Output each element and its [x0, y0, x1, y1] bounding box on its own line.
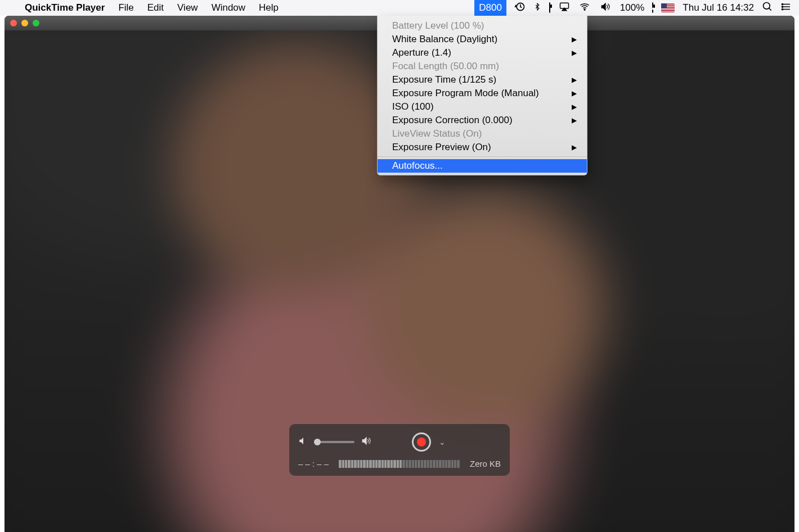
- dropdown-item-label: Focal Length (50.00 mm): [392, 61, 499, 72]
- record-options-chevron-icon[interactable]: ⌄: [439, 438, 446, 447]
- elapsed-time: – – : – –: [298, 459, 329, 468]
- battery-percent: 100%: [620, 2, 644, 13]
- time-machine-icon[interactable]: [514, 1, 526, 15]
- dropdown-item-label: Exposure Program Mode (Manual): [392, 88, 539, 99]
- dropdown-item-label: White Balance (Daylight): [392, 34, 497, 45]
- battery-charging-icon[interactable]: [652, 3, 653, 13]
- menubar-extra-d800[interactable]: D800: [474, 0, 506, 16]
- dropdown-item-label: Aperture (1.4): [392, 47, 451, 58]
- dropdown-item-label: LiveView Status (On): [392, 128, 482, 139]
- dropdown-item-label: Exposure Correction (0.000): [392, 115, 513, 126]
- zoom-button[interactable]: [33, 20, 39, 26]
- dropdown-item-label: Battery Level (100 %): [392, 20, 484, 31]
- svg-point-10: [782, 3, 783, 4]
- clock[interactable]: Thu Jul 16 14:32: [683, 2, 754, 13]
- dropdown-item-label: Exposure Time (1/125 s): [392, 74, 496, 85]
- svg-line-6: [769, 8, 771, 11]
- svg-marker-14: [362, 438, 366, 444]
- dropdown-item[interactable]: Exposure Correction (0.000)▶: [378, 114, 587, 127]
- apple-menu[interactable]: [7, 0, 18, 16]
- dropdown-item-label: Autofocus...: [392, 160, 443, 172]
- menu-file[interactable]: File: [111, 0, 140, 16]
- volume-icon[interactable]: [599, 2, 612, 14]
- svg-point-11: [782, 6, 783, 7]
- record-button[interactable]: [412, 432, 431, 452]
- menu-window[interactable]: Window: [205, 0, 252, 16]
- dropdown-item[interactable]: Exposure Preview (On)▶: [378, 141, 587, 154]
- submenu-arrow-icon: ▶: [572, 35, 577, 43]
- dropdown-item[interactable]: Exposure Program Mode (Manual)▶: [378, 87, 587, 100]
- minimize-button[interactable]: [21, 20, 28, 26]
- submenu-arrow-icon: ▶: [572, 49, 577, 57]
- dropdown-item-label: Exposure Preview (On): [392, 142, 491, 153]
- svg-marker-4: [602, 3, 605, 10]
- submenu-arrow-icon: ▶: [572, 143, 577, 151]
- volume-high-icon: [360, 436, 372, 448]
- svg-point-12: [782, 8, 783, 10]
- close-button[interactable]: [10, 20, 17, 26]
- dropdown-item: Battery Level (100 %): [378, 19, 587, 33]
- spotlight-icon[interactable]: [762, 1, 773, 15]
- dropdown-item: LiveView Status (On): [378, 127, 587, 141]
- dropdown-item[interactable]: White Balance (Daylight)▶: [378, 33, 587, 46]
- dropdown-item-autofocus[interactable]: Autofocus...: [378, 159, 587, 173]
- volume-slider[interactable]: [314, 441, 354, 443]
- dropdown-item[interactable]: ISO (100)▶: [378, 100, 587, 114]
- menu-separator: [378, 156, 587, 157]
- volume-low-icon: [298, 436, 308, 448]
- file-size: Zero KB: [470, 459, 501, 468]
- dropdown-item[interactable]: Aperture (1.4)▶: [378, 46, 587, 60]
- menubar-left: QuickTime Player File Edit View Window H…: [7, 0, 285, 16]
- bluetooth-icon[interactable]: [533, 1, 541, 15]
- svg-point-5: [764, 3, 770, 10]
- menu-help[interactable]: Help: [252, 0, 285, 16]
- d800-dropdown-menu: Battery Level (100 %)White Balance (Dayl…: [377, 16, 587, 175]
- svg-marker-13: [299, 438, 303, 444]
- menu-view[interactable]: View: [170, 0, 205, 16]
- recording-hud: ⌄ – – : – – Zero KB: [289, 424, 510, 476]
- wifi-icon[interactable]: [578, 2, 591, 14]
- notification-center-icon[interactable]: [781, 2, 792, 14]
- menubar-right: D800 100% Thu Jul 16 14:32: [474, 0, 792, 16]
- app-menu[interactable]: QuickTime Player: [18, 0, 111, 16]
- dropdown-item-label: ISO (100): [392, 101, 434, 112]
- airplay-icon[interactable]: [558, 2, 571, 14]
- svg-point-3: [584, 9, 585, 10]
- battery-large-icon[interactable]: [549, 3, 550, 13]
- dropdown-item: Focal Length (50.00 mm): [378, 60, 587, 73]
- macos-menubar: QuickTime Player File Edit View Window H…: [0, 0, 799, 16]
- submenu-arrow-icon: ▶: [572, 89, 577, 97]
- submenu-arrow-icon: ▶: [572, 76, 577, 84]
- menu-edit[interactable]: Edit: [141, 0, 170, 16]
- submenu-arrow-icon: ▶: [572, 116, 577, 124]
- window-traffic-lights: [10, 20, 39, 26]
- dropdown-item[interactable]: Exposure Time (1/125 s)▶: [378, 73, 587, 87]
- input-source-flag-icon[interactable]: [661, 3, 675, 12]
- submenu-arrow-icon: ▶: [572, 103, 577, 111]
- audio-level-meter: [339, 460, 460, 468]
